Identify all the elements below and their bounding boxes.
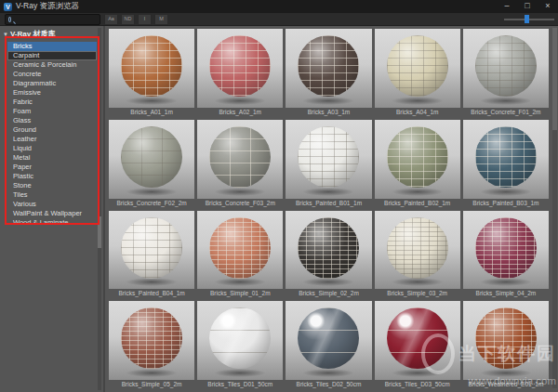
sidebar-item-paper[interactable]: Paper (7, 163, 97, 172)
material-sphere (387, 307, 448, 369)
material-cell-bricks_a04_1m[interactable]: Bricks_A04_1m (375, 29, 460, 117)
view-option-button-1[interactable]: Aa (104, 14, 118, 25)
material-sphere (387, 35, 448, 97)
view-option-button-3[interactable]: I (138, 14, 152, 25)
material-cell-bricks_a03_1m[interactable]: Bricks_A03_1m (286, 29, 371, 117)
material-label: Bricks_Simple_05_2m (109, 380, 194, 389)
sidebar-item-metal[interactable]: Metal (7, 153, 97, 163)
material-cell-bricks_tiles_d01_50cm[interactable]: Bricks_Tiles_D01_50cm (197, 301, 283, 389)
sidebar-item-ground[interactable]: Ground (7, 125, 97, 135)
material-preview[interactable] (463, 301, 549, 380)
material-preview[interactable] (109, 120, 194, 199)
material-label: Bricks_Painted_B02_1m (375, 199, 460, 208)
material-preview[interactable] (197, 29, 283, 108)
material-cell-bricks_a02_1m[interactable]: Bricks_A02_1m (197, 29, 283, 117)
sidebar-item-liquid[interactable]: Liquid (7, 144, 97, 153)
material-label: Bricks_Concrete_F02_2m (109, 199, 194, 208)
material-label: Bricks_Concrete_F01_2m (463, 108, 549, 117)
grid-scrollbar-thumb[interactable] (552, 28, 557, 130)
minimize-button[interactable]: – (497, 0, 517, 13)
material-cell-bricks_tiles_d03_50cm[interactable]: Bricks_Tiles_D03_50cm (375, 301, 460, 389)
view-option-button-2[interactable]: ND (121, 14, 135, 25)
material-preview[interactable] (109, 301, 194, 380)
material-cell-bricks_simple_04_2m[interactable]: Bricks_Simple_04_2m (463, 211, 549, 299)
sidebar-item-wood-laminate[interactable]: Wood & Laminate (7, 218, 97, 228)
sidebar-item-diagrammatic[interactable]: Diagrammatic (7, 79, 97, 88)
material-cell-bricks_concrete_f03_2m[interactable]: Bricks_Concrete_F03_2m (197, 120, 283, 208)
material-cell-bricks_concrete_f01_2m[interactable]: Bricks_Concrete_F01_2m (463, 29, 549, 117)
material-preview[interactable] (197, 301, 283, 380)
sidebar-scrollbar[interactable] (98, 28, 101, 390)
material-preview[interactable] (375, 301, 460, 380)
material-cell-bricks_simple_02_2m[interactable]: Bricks_Simple_02_2m (286, 211, 371, 299)
view-option-button-4[interactable]: M (154, 14, 168, 25)
thumbnail-size-slider[interactable] (504, 14, 554, 25)
material-preview[interactable] (286, 120, 371, 199)
material-preview[interactable] (463, 29, 549, 108)
material-label: Bricks_Simple_02_2m (286, 289, 371, 298)
search-box[interactable] (5, 14, 100, 25)
sidebar-item-fabric[interactable]: Fabric (7, 98, 97, 107)
material-cell-bricks_painted_b04_1m[interactable]: Bricks_Painted_B04_1m (109, 211, 194, 299)
window-title: V-Ray 资源浏览器 (16, 1, 79, 12)
sidebar-item-wallpaint-wallpaper[interactable]: WallPaint & Wallpaper (7, 209, 97, 218)
material-label: Bricks_A01_1m (109, 108, 194, 117)
sidebar-item-carpaint[interactable]: Carpaint (7, 51, 97, 60)
material-sphere (298, 126, 359, 188)
sidebar-item-bricks[interactable]: Bricks (7, 42, 97, 51)
material-cell-bricks_weathered_e01_1m[interactable]: Bricks_Weathered_E01_1m (463, 301, 549, 389)
material-preview[interactable] (286, 301, 371, 380)
material-preview[interactable] (286, 29, 371, 108)
material-cell-bricks_concrete_f02_2m[interactable]: Bricks_Concrete_F02_2m (109, 120, 194, 208)
material-cell-bricks_a01_1m[interactable]: Bricks_A01_1m (109, 29, 194, 117)
material-grid: Bricks_A01_1mBricks_A02_1mBricks_A03_1mB… (107, 26, 551, 392)
maximize-button[interactable]: □ (517, 0, 538, 13)
sidebar-item-ceramic-porcelain[interactable]: Ceramic & Porcelain (7, 60, 97, 70)
material-cell-bricks_painted_b01_1m[interactable]: Bricks_Painted_B01_1m (286, 120, 371, 208)
material-preview[interactable] (109, 29, 194, 108)
material-cell-bricks_painted_b03_1m[interactable]: Bricks_Painted_B03_1m (463, 120, 549, 208)
sidebar-item-glass[interactable]: Glass (7, 116, 97, 125)
close-button[interactable]: × (538, 0, 558, 13)
material-preview[interactable] (463, 211, 549, 290)
material-cell-bricks_painted_b02_1m[interactable]: Bricks_Painted_B02_1m (375, 120, 460, 208)
library-tree-header[interactable]: ▼V-Ray 材质库 (0, 26, 103, 42)
material-preview[interactable] (109, 211, 194, 290)
search-input[interactable] (11, 16, 100, 23)
sphere-shadow (302, 188, 354, 196)
sidebar-item-foam[interactable]: Foam (7, 107, 97, 116)
material-preview[interactable] (463, 120, 549, 199)
material-cell-bricks_simple_01_2m[interactable]: Bricks_Simple_01_2m (197, 211, 283, 299)
sidebar-item-plastic[interactable]: Plastic (7, 172, 97, 181)
material-cell-bricks_tiles_d02_50cm[interactable]: Bricks_Tiles_D02_50cm (286, 301, 371, 389)
sphere-shadow (480, 278, 532, 286)
sidebar-item-concrete[interactable]: Concrete (7, 70, 97, 79)
material-label: Bricks_Weathered_E01_1m (463, 380, 549, 389)
sidebar-item-emissive[interactable]: Emissive (7, 88, 97, 98)
slider-handle[interactable] (525, 15, 529, 23)
material-sphere (387, 126, 448, 188)
material-preview[interactable] (375, 211, 460, 290)
material-cell-bricks_simple_05_2m[interactable]: Bricks_Simple_05_2m (109, 301, 194, 389)
collapse-arrow-icon[interactable]: ▼ (3, 32, 8, 37)
material-preview[interactable] (197, 120, 283, 199)
material-label: Bricks_Tiles_D02_50cm (286, 380, 371, 389)
material-cell-bricks_simple_03_2m[interactable]: Bricks_Simple_03_2m (375, 211, 460, 299)
material-sphere (475, 307, 537, 369)
material-preview[interactable] (286, 211, 371, 290)
grid-scrollbar[interactable] (552, 28, 557, 388)
material-label: Bricks_A03_1m (286, 108, 371, 117)
material-preview[interactable] (375, 29, 460, 108)
sphere-shadow (302, 97, 354, 105)
sidebar-scrollbar-thumb[interactable] (98, 216, 101, 248)
sphere-shadow (214, 278, 266, 286)
material-sphere (121, 126, 182, 188)
sidebar-item-various[interactable]: Various (7, 200, 97, 209)
view-option-buttons: AaNDIM (104, 14, 171, 25)
sidebar-item-leather[interactable]: Leather (7, 135, 97, 144)
sphere-shadow (214, 97, 266, 105)
sidebar-item-tiles[interactable]: Tiles (7, 190, 97, 200)
sidebar-item-stone[interactable]: Stone (7, 181, 97, 190)
material-preview[interactable] (197, 211, 283, 290)
material-preview[interactable] (375, 120, 460, 199)
